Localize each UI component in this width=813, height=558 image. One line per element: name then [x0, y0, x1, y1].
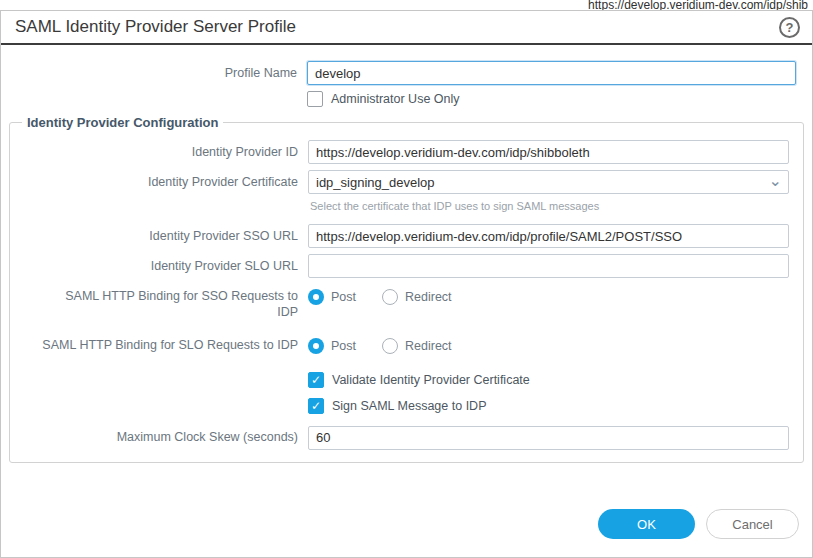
sso-url-input[interactable] — [308, 224, 789, 248]
idp-id-row: Identity Provider ID — [10, 140, 791, 164]
dialog-header: SAML Identity Provider Server Profile ? — [1, 11, 812, 45]
validate-certificate-checkbox[interactable]: ✓ — [308, 372, 324, 388]
radio-selected-icon — [308, 338, 324, 354]
slo-url-input[interactable] — [308, 254, 789, 278]
checkmark-icon: ✓ — [311, 374, 321, 386]
idp-certificate-hint-row: Select the certificate that IDP uses to … — [10, 200, 791, 212]
sso-binding-label: SAML HTTP Binding for SSO Requests to ID… — [10, 288, 308, 321]
cancel-button[interactable]: Cancel — [706, 509, 799, 539]
slo-binding-post-label: Post — [331, 339, 356, 353]
idp-certificate-label: Identity Provider Certificate — [10, 174, 308, 190]
radio-unselected-icon — [382, 338, 398, 354]
clock-skew-row: Maximum Clock Skew (seconds) — [10, 426, 791, 450]
slo-binding-label: SAML HTTP Binding for SLO Requests to ID… — [10, 337, 308, 353]
admin-use-only-row: Administrator Use Only — [1, 91, 812, 107]
slo-binding-redirect-label: Redirect — [405, 339, 452, 353]
slo-binding-row: SAML HTTP Binding for SLO Requests to ID… — [10, 337, 791, 354]
sign-saml-label: Sign SAML Message to IDP — [332, 399, 486, 413]
admin-use-only-label: Administrator Use Only — [331, 92, 460, 106]
idp-certificate-value: idp_signing_develop — [316, 175, 435, 190]
idp-certificate-row: Identity Provider Certificate idp_signin… — [10, 170, 791, 194]
radio-selected-icon — [308, 289, 324, 305]
admin-use-only-checkbox[interactable] — [307, 91, 323, 107]
clock-skew-input[interactable] — [308, 426, 789, 450]
idp-id-input[interactable] — [308, 140, 789, 164]
idp-certificate-hint: Select the certificate that IDP uses to … — [308, 200, 599, 212]
idp-id-label: Identity Provider ID — [10, 144, 308, 160]
slo-url-row: Identity Provider SLO URL — [10, 254, 791, 278]
profile-name-label: Profile Name — [1, 65, 307, 81]
saml-idp-server-profile-dialog: SAML Identity Provider Server Profile ? … — [0, 10, 813, 558]
sso-binding-row: SAML HTTP Binding for SSO Requests to ID… — [10, 288, 791, 321]
radio-unselected-icon — [382, 289, 398, 305]
profile-name-input[interactable] — [307, 61, 796, 85]
dialog-title: SAML Identity Provider Server Profile — [15, 17, 296, 37]
sso-binding-post-option[interactable]: Post — [308, 289, 356, 305]
checkmark-icon: ✓ — [311, 400, 321, 412]
slo-url-label: Identity Provider SLO URL — [10, 258, 308, 274]
sso-binding-redirect-label: Redirect — [405, 290, 452, 304]
idp-certificate-select[interactable]: idp_signing_develop ⌄ — [308, 170, 789, 194]
help-icon[interactable]: ? — [779, 17, 800, 38]
sso-binding-post-label: Post — [331, 290, 356, 304]
validate-certificate-row: ✓ Validate Identity Provider Certificate — [10, 372, 791, 388]
help-glyph: ? — [786, 20, 794, 35]
chevron-down-icon: ⌄ — [769, 172, 782, 190]
profile-name-row: Profile Name — [1, 61, 812, 85]
identity-provider-configuration-section: Identity Provider Configuration Identity… — [9, 115, 804, 463]
slo-binding-post-option[interactable]: Post — [308, 338, 356, 354]
slo-binding-redirect-option[interactable]: Redirect — [382, 338, 452, 354]
sso-url-row: Identity Provider SSO URL — [10, 224, 791, 248]
sso-binding-redirect-option[interactable]: Redirect — [382, 289, 452, 305]
section-legend: Identity Provider Configuration — [22, 115, 223, 130]
sso-url-label: Identity Provider SSO URL — [10, 228, 308, 244]
dialog-body: Profile Name Administrator Use Only Iden… — [1, 45, 812, 463]
clock-skew-label: Maximum Clock Skew (seconds) — [10, 429, 308, 445]
validate-certificate-label: Validate Identity Provider Certificate — [332, 373, 530, 387]
sign-saml-row: ✓ Sign SAML Message to IDP — [10, 398, 791, 414]
ok-button[interactable]: OK — [598, 509, 695, 539]
sign-saml-checkbox[interactable]: ✓ — [308, 398, 324, 414]
dialog-footer: OK Cancel — [598, 509, 799, 539]
